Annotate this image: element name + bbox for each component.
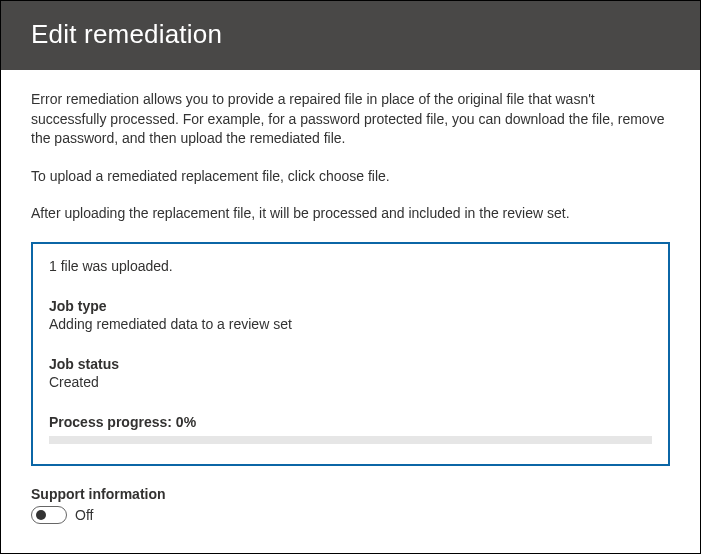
upload-status-text: 1 file was uploaded.: [49, 258, 652, 274]
job-status-value: Created: [49, 374, 652, 390]
progress-field: Process progress: 0%: [49, 414, 652, 444]
job-status-field: Job status Created: [49, 356, 652, 390]
job-type-label: Job type: [49, 298, 652, 314]
page-title: Edit remediation: [31, 19, 670, 50]
support-toggle-state: Off: [75, 507, 93, 523]
toggle-knob-icon: [36, 510, 46, 520]
job-status-label: Job status: [49, 356, 652, 372]
support-toggle[interactable]: [31, 506, 67, 524]
intro-paragraph-3: After uploading the replacement file, it…: [31, 204, 670, 224]
intro-text: Error remediation allows you to provide …: [31, 90, 670, 224]
support-label: Support information: [31, 486, 670, 502]
support-toggle-row: Off: [31, 506, 670, 524]
support-section: Support information Off: [31, 486, 670, 524]
panel-header: Edit remediation: [1, 1, 700, 70]
job-type-value: Adding remediated data to a review set: [49, 316, 652, 332]
intro-paragraph-2: To upload a remediated replacement file,…: [31, 167, 670, 187]
progress-percent: 0%: [176, 414, 196, 430]
intro-paragraph-1: Error remediation allows you to provide …: [31, 90, 670, 149]
progress-label: Process progress:: [49, 414, 176, 430]
job-info-box: 1 file was uploaded. Job type Adding rem…: [31, 242, 670, 466]
job-type-field: Job type Adding remediated data to a rev…: [49, 298, 652, 332]
progress-bar: [49, 436, 652, 444]
panel-content: Error remediation allows you to provide …: [1, 70, 700, 544]
